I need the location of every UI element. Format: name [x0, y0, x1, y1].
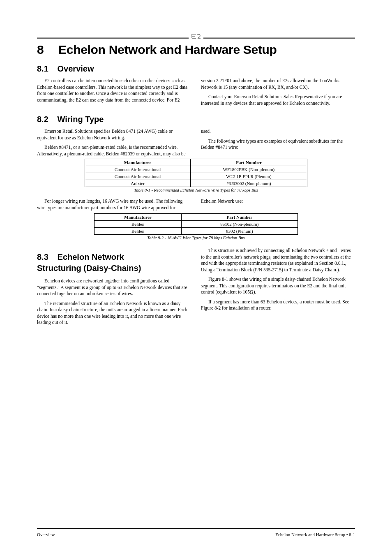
section-8-1-heading: 8.1 Overview — [37, 64, 355, 74]
body-text: Figure 8-1 shows the wiring of a simple … — [201, 276, 355, 296]
table-cell: Connect Air International — [85, 166, 191, 173]
table-cell: Anixter — [85, 180, 191, 187]
body-text: If a segment has more than 63 Echelon de… — [201, 299, 355, 312]
header-rule-top — [37, 37, 355, 37]
table-cell: 85102 (Non-plenum) — [181, 221, 297, 228]
body-text: The recommended structure of an Echelon … — [37, 301, 191, 326]
section-number: 8.1 — [37, 64, 55, 74]
table-header: Part Number — [181, 214, 297, 221]
table-8-1-caption: Table 8-1 - Recommended Echelon Network … — [37, 188, 355, 192]
body-text: Contact your Emerson Retail Solutions Sa… — [201, 94, 355, 106]
section-title: Overview — [58, 64, 94, 73]
table-row: Anixter #3J03002 (Non-plenum) — [85, 180, 307, 187]
section-title-line1: Echelon Network — [58, 252, 124, 261]
table-row: Belden 85102 (Non-plenum) — [95, 221, 297, 228]
e2-logo-icon — [189, 33, 203, 41]
table-cell: WF1802PBK (Non-plenum) — [191, 166, 307, 173]
footer-right: Echelon Network and Hardware Setup • 8-1 — [275, 532, 355, 537]
table-row: Belden 8302 (Plenum) — [95, 228, 297, 235]
table-row: Connect Air International W22-1P-FPLR (P… — [85, 173, 307, 180]
table-cell: Belden — [95, 228, 182, 235]
page-footer: Overview Echelon Network and Hardware Se… — [37, 532, 355, 537]
table-cell: 8302 (Plenum) — [181, 228, 297, 235]
section-8-3-heading-line2: Structuring (Daisy-Chains) — [37, 263, 191, 274]
section-number: 8.3 — [37, 252, 55, 263]
footer-rule — [37, 528, 355, 529]
section-number: 8.2 — [37, 115, 55, 124]
section-8-2-heading: 8.2 Wiring Type — [37, 115, 355, 124]
table-header: Manufacturer — [95, 214, 182, 221]
table-header: Manufacturer — [85, 159, 191, 166]
table-cell: Connect Air International — [85, 173, 191, 180]
chapter-title-text: Echelon Network and Hardware Setup — [58, 43, 277, 56]
chapter-number: 8 — [37, 43, 55, 57]
body-text: The following wire types are examples of… — [201, 138, 355, 151]
table-row: Connect Air International WF1802PBK (Non… — [85, 166, 307, 173]
footer-left: Overview — [37, 532, 55, 537]
table-8-2: Manufacturer Part Number Belden 85102 (N… — [94, 213, 297, 235]
table-8-2-caption: Table 8-2 - 16 AWG Wire Types for 78 kbp… — [37, 236, 355, 240]
body-text: For longer wiring run lengths, 16 AWG wi… — [37, 198, 355, 211]
chapter-title: 8 Echelon Network and Hardware Setup — [37, 43, 355, 57]
table-8-1: Manufacturer Part Number Connect Air Int… — [85, 159, 307, 187]
table-cell: Belden — [95, 221, 182, 228]
section-title: Wiring Type — [58, 115, 104, 124]
body-text: This structure is achieved by connecting… — [201, 247, 355, 273]
body-text: Echelon devices are networked together i… — [37, 278, 191, 297]
section-8-3-heading: 8.3 Echelon Network — [37, 252, 191, 263]
table-header: Part Number — [191, 159, 307, 166]
table-cell: W22-1P-FPLR (Plenum) — [191, 173, 307, 180]
body-text: Emerson Retail Solutions specifies Belde… — [37, 128, 191, 141]
section-title-line2: Structuring (Daisy-Chains) — [37, 264, 141, 273]
table-cell: #3J03002 (Non-plenum) — [191, 180, 307, 187]
